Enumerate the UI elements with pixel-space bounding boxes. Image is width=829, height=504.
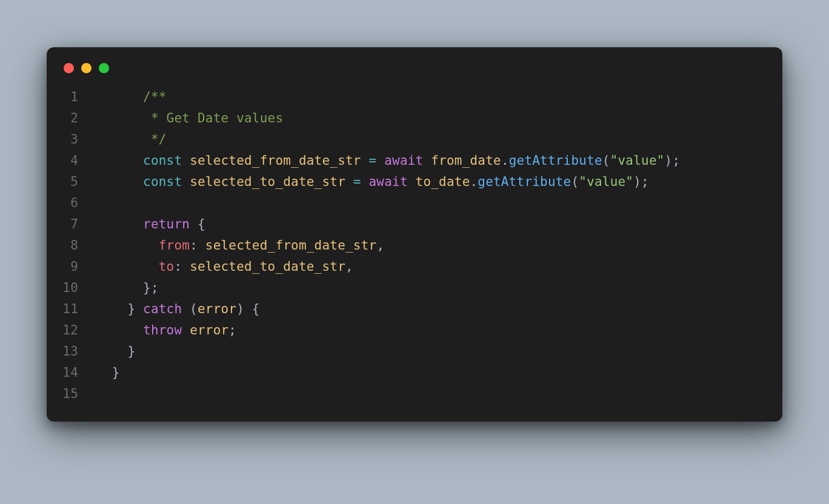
token-punc [182,153,190,168]
code-line[interactable]: } [96,362,680,383]
token-punc: , [345,259,353,274]
token-punc [423,153,431,168]
token-punc: ); [633,174,649,189]
token-ident: from_date [431,153,501,168]
token-comment: /** [143,90,167,104]
line-number: 5 [61,171,78,193]
token-punc: ) { [236,302,260,316]
close-icon[interactable] [64,63,74,73]
token-punc: . [501,153,509,168]
token-op: = [353,174,361,189]
token-punc: , [376,238,384,253]
code-content[interactable]: /** * Get Date values */ const selected_… [96,87,680,405]
line-number: 8 [61,235,78,256]
token-ident: selected_from_date_str [190,153,361,168]
token-punc: } [127,344,135,359]
line-number: 13 [61,341,78,362]
token-keyword2: const [143,174,182,189]
code-line[interactable]: } [96,341,680,362]
code-line[interactable]: * Get Date values [96,108,680,129]
line-number-gutter: 123456789101112131415 [61,87,96,405]
token-ident: selected_from_date_str [205,238,377,253]
window-titlebar [61,59,768,87]
token-punc: : [174,259,190,274]
code-line[interactable]: from: selected_from_date_str, [96,235,680,256]
token-punc: }; [143,280,159,295]
token-keyword: throw [143,323,182,337]
code-line[interactable]: /** [96,87,680,108]
line-number: 4 [61,150,78,171]
token-comment: * Get Date values [143,111,283,125]
token-func: getAttribute [478,174,571,189]
line-number: 3 [61,129,78,150]
token-prop: from [159,238,190,253]
code-line[interactable]: to: selected_to_date_str, [96,256,680,277]
line-number: 14 [61,362,78,383]
token-punc: { [190,217,205,231]
code-editor[interactable]: 123456789101112131415 /** * Get Date val… [61,87,768,405]
token-punc: . [470,174,478,189]
token-keyword: await [369,174,408,189]
line-number: 15 [61,383,78,405]
token-keyword: catch [143,302,182,316]
token-ident: to_date [416,174,470,189]
zoom-icon[interactable] [99,63,109,73]
token-comment: */ [143,132,167,147]
token-ident: selected_to_date_str [190,174,345,189]
line-number: 7 [61,214,78,235]
code-line[interactable]: */ [96,129,680,150]
code-line[interactable] [96,193,680,214]
token-punc: ; [228,323,236,337]
code-line[interactable] [96,383,680,405]
token-punc: } [127,302,143,316]
token-keyword: return [143,217,190,231]
code-line[interactable]: } catch (error) { [96,299,680,320]
token-punc [376,153,384,168]
code-line[interactable]: throw error; [96,320,680,341]
token-keyword2: const [143,153,182,168]
code-line[interactable]: }; [96,277,680,299]
minimize-icon[interactable] [81,63,92,73]
token-punc: ); [665,153,681,168]
token-ident: error [198,302,236,316]
line-number: 10 [61,277,78,299]
token-ident: selected_to_date_str [190,259,345,274]
token-punc: ( [602,153,610,168]
token-punc [182,323,190,337]
line-number: 2 [61,108,78,129]
token-ident: error [190,323,228,337]
line-number: 11 [61,299,78,320]
token-punc: } [112,365,120,380]
token-string: "value" [579,174,633,189]
token-punc [345,174,353,189]
token-prop: to [159,259,175,274]
line-number: 6 [61,193,78,214]
line-number: 9 [61,256,78,277]
token-punc [361,174,369,189]
code-line[interactable]: return { [96,214,680,235]
line-number: 1 [61,87,78,108]
token-op: = [369,153,377,168]
code-line[interactable]: const selected_from_date_str = await fro… [96,150,680,171]
token-punc [182,174,190,189]
line-number: 12 [61,320,78,341]
code-line[interactable]: const selected_to_date_str = await to_da… [96,171,680,193]
token-keyword: await [384,153,423,168]
token-punc: : [190,238,205,253]
token-punc: ( [571,174,579,189]
token-punc: ( [182,302,198,316]
code-window: 123456789101112131415 /** * Get Date val… [47,47,782,422]
token-punc [408,174,416,189]
token-punc [361,153,369,168]
token-func: getAttribute [509,153,602,168]
token-string: "value" [610,153,665,168]
